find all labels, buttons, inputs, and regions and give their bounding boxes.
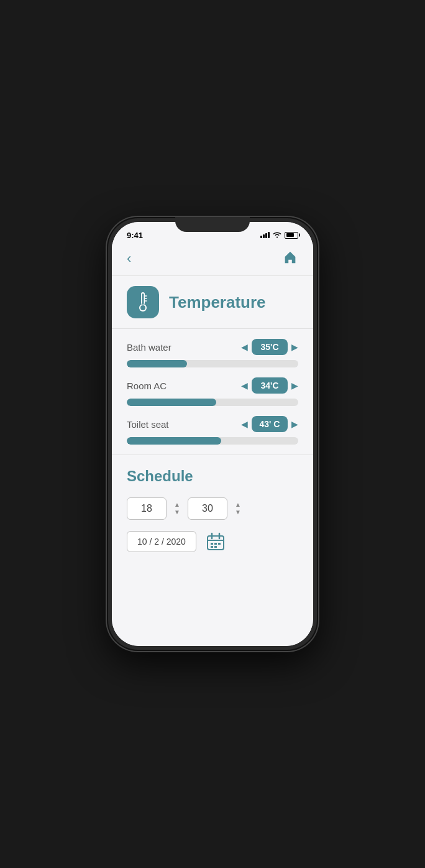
controls-section: Bath water ◀ 35'C ▶ Room AC	[112, 329, 313, 455]
svg-rect-15	[214, 546, 217, 548]
hour-down[interactable]: ▼	[174, 509, 180, 516]
room-ac-decrease[interactable]: ◀	[241, 381, 248, 390]
signal-icon	[260, 232, 270, 238]
toilet-seat-value: 43' C	[252, 416, 288, 432]
page-header: Temperature	[112, 276, 313, 329]
bath-water-temp-control: ◀ 35'C ▶	[241, 339, 298, 355]
minute-up[interactable]: ▲	[235, 501, 241, 509]
bath-water-progress-fill	[127, 360, 187, 367]
battery-icon	[285, 232, 298, 239]
schedule-section: Schedule 18 ▲ ▼ 30 ▲ ▼ 10 / 2 / 2020	[112, 455, 313, 566]
screen-content: ‹	[112, 244, 313, 646]
calendar-button[interactable]	[204, 530, 227, 553]
svg-rect-13	[218, 543, 221, 545]
minute-stepper[interactable]: ▲ ▼	[235, 501, 241, 516]
room-ac-label: Room AC	[127, 381, 167, 391]
wifi-icon	[273, 231, 281, 239]
bath-water-value: 35'C	[252, 339, 288, 355]
phone-frame: 9:41	[107, 217, 318, 651]
schedule-title: Schedule	[127, 468, 298, 485]
page-title: Temperature	[169, 293, 266, 312]
phone-screen: 9:41	[112, 222, 313, 646]
room-ac-control: Room AC ◀ 34'C ▶	[127, 377, 298, 406]
toilet-seat-decrease[interactable]: ◀	[241, 419, 248, 429]
room-ac-progress-bar[interactable]	[127, 399, 298, 406]
home-button[interactable]	[282, 249, 298, 268]
bath-water-decrease[interactable]: ◀	[241, 342, 248, 352]
hour-up[interactable]: ▲	[174, 501, 180, 509]
room-ac-value: 34'C	[252, 377, 288, 394]
bath-water-increase[interactable]: ▶	[291, 342, 298, 352]
svg-rect-14	[211, 546, 213, 548]
bath-water-label: Bath water	[127, 342, 171, 353]
schedule-time-row: 18 ▲ ▼ 30 ▲ ▼	[127, 497, 298, 520]
svg-rect-12	[214, 543, 217, 545]
bath-water-control: Bath water ◀ 35'C ▶	[127, 339, 298, 367]
status-icons	[260, 231, 298, 239]
hour-stepper[interactable]: ▲ ▼	[174, 501, 180, 516]
room-ac-progress-fill	[127, 399, 216, 406]
date-input[interactable]: 10 / 2 / 2020	[127, 531, 196, 552]
svg-point-3	[140, 305, 145, 310]
bath-water-progress-bar[interactable]	[127, 360, 298, 367]
toilet-seat-control: Toilet seat ◀ 43' C ▶	[127, 416, 298, 445]
schedule-date-row: 10 / 2 / 2020	[127, 530, 298, 553]
room-ac-temp-control: ◀ 34'C ▶	[241, 377, 298, 394]
toilet-seat-increase[interactable]: ▶	[291, 419, 298, 429]
minute-down[interactable]: ▼	[235, 509, 241, 516]
top-nav: ‹	[112, 244, 313, 276]
svg-rect-2	[142, 293, 144, 305]
toilet-seat-progress-fill	[127, 437, 221, 445]
hour-input[interactable]: 18	[127, 497, 167, 520]
room-ac-increase[interactable]: ▶	[291, 381, 298, 390]
back-button[interactable]: ‹	[127, 252, 131, 265]
temperature-icon-box	[127, 286, 159, 318]
toilet-seat-progress-bar[interactable]	[127, 437, 298, 445]
toilet-seat-label: Toilet seat	[127, 419, 169, 430]
svg-rect-11	[211, 543, 213, 545]
status-time: 9:41	[127, 231, 143, 240]
notch	[175, 217, 250, 232]
minute-input[interactable]: 30	[188, 497, 227, 520]
toilet-seat-temp-control: ◀ 43' C ▶	[241, 416, 298, 432]
